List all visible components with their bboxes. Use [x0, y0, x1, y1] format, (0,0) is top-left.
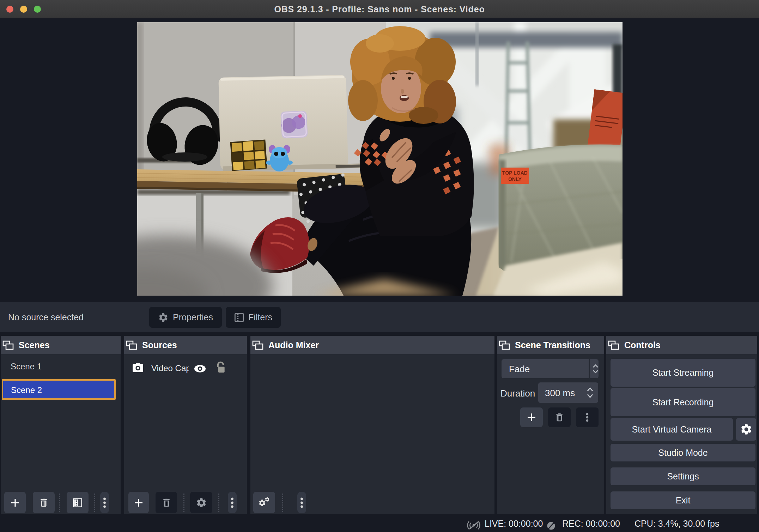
- svg-text:ONLY: ONLY: [508, 176, 522, 182]
- svg-text:TOP LOAD: TOP LOAD: [502, 170, 528, 176]
